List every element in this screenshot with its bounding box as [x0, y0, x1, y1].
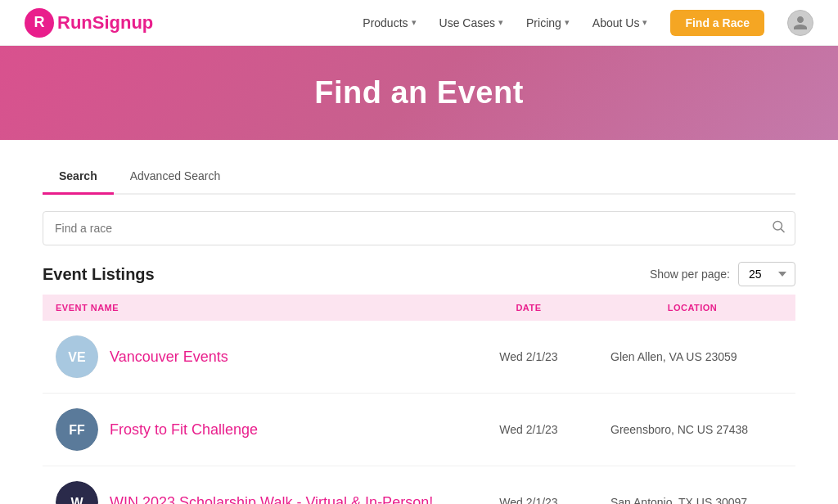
- nav-products[interactable]: Products ▾: [363, 16, 416, 29]
- chevron-down-icon: ▾: [498, 17, 503, 28]
- per-page-select[interactable]: 25 50 100: [738, 262, 795, 286]
- table-header: EVENT NAME DATE LOCATION: [43, 295, 795, 321]
- svg-text:W: W: [70, 496, 83, 504]
- search-button[interactable]: [771, 219, 786, 238]
- col-header-location: LOCATION: [602, 303, 782, 313]
- search-input[interactable]: [43, 211, 795, 245]
- event-thumbnail: FF: [56, 408, 98, 451]
- chevron-down-icon: ▾: [642, 17, 647, 28]
- event-location: Glen Allen, VA US 23059: [602, 350, 782, 363]
- per-page-label: Show per page:: [650, 268, 730, 281]
- event-date: Wed 2/1/23: [455, 350, 602, 363]
- event-date: Wed 2/1/23: [455, 496, 602, 504]
- listings-title: Event Listings: [43, 265, 155, 284]
- table-row: FF Frosty to Fit Challenge Wed 2/1/23 Gr…: [43, 394, 795, 466]
- event-name-cell: W WIN 2023 Scholarship Walk - Virtual & …: [56, 481, 455, 504]
- event-thumb: FF: [56, 408, 98, 451]
- hero-title: Find an Event: [0, 75, 838, 110]
- table-row: VE Vancouver Events Wed 2/1/23 Glen Alle…: [43, 321, 795, 394]
- event-location: Greensboro, NC US 27438: [602, 423, 782, 436]
- event-name-link[interactable]: WIN 2023 Scholarship Walk - Virtual & In…: [110, 494, 433, 505]
- per-page-wrapper: Show per page: 25 50 100: [650, 262, 795, 286]
- event-name-cell: FF Frosty to Fit Challenge: [56, 408, 455, 451]
- svg-text:VE: VE: [68, 350, 86, 364]
- logo[interactable]: R RunSignup: [25, 8, 153, 38]
- chevron-down-icon: ▾: [565, 17, 570, 28]
- event-name-link[interactable]: Vancouver Events: [110, 349, 228, 366]
- hero-section: Find an Event: [0, 46, 838, 140]
- nav-links: Products ▾ Use Cases ▾ Pricing ▾ About U…: [363, 10, 813, 36]
- user-avatar[interactable]: [787, 10, 813, 36]
- tab-advanced-search[interactable]: Advanced Search: [114, 160, 237, 195]
- chevron-down-icon: ▾: [412, 17, 417, 28]
- event-thumb: W: [56, 481, 98, 504]
- user-icon: [792, 15, 809, 31]
- svg-point-0: [773, 222, 782, 231]
- event-thumbnail: VE: [56, 335, 98, 378]
- search-icon: [771, 219, 786, 234]
- event-date: Wed 2/1/23: [455, 423, 602, 436]
- nav-use-cases[interactable]: Use Cases ▾: [439, 16, 503, 29]
- event-list: VE Vancouver Events Wed 2/1/23 Glen Alle…: [43, 321, 795, 504]
- event-thumb: VE: [56, 335, 98, 378]
- listings-header: Event Listings Show per page: 25 50 100: [43, 262, 795, 286]
- tab-search[interactable]: Search: [43, 160, 114, 195]
- col-header-event-name: EVENT NAME: [56, 303, 455, 313]
- main-content: Search Advanced Search Event Listings Sh…: [18, 160, 820, 504]
- event-location: San Antonio, TX US 30097: [602, 496, 782, 504]
- find-race-button[interactable]: Find a Race: [670, 10, 764, 36]
- event-thumbnail: W: [56, 481, 98, 504]
- table-row: W WIN 2023 Scholarship Walk - Virtual & …: [43, 466, 795, 504]
- search-bar-container: [43, 211, 795, 245]
- event-name-cell: VE Vancouver Events: [56, 335, 455, 378]
- logo-icon: R: [25, 8, 54, 38]
- svg-line-1: [781, 229, 784, 232]
- logo-text: RunSignup: [57, 12, 153, 34]
- navbar: R RunSignup Products ▾ Use Cases ▾ Prici…: [0, 0, 838, 46]
- nav-pricing[interactable]: Pricing ▾: [526, 16, 570, 29]
- event-name-link[interactable]: Frosty to Fit Challenge: [110, 421, 258, 439]
- col-header-date: DATE: [455, 303, 602, 313]
- search-tabs: Search Advanced Search: [43, 160, 795, 195]
- nav-about-us[interactable]: About Us ▾: [592, 16, 648, 29]
- svg-text:FF: FF: [69, 423, 85, 437]
